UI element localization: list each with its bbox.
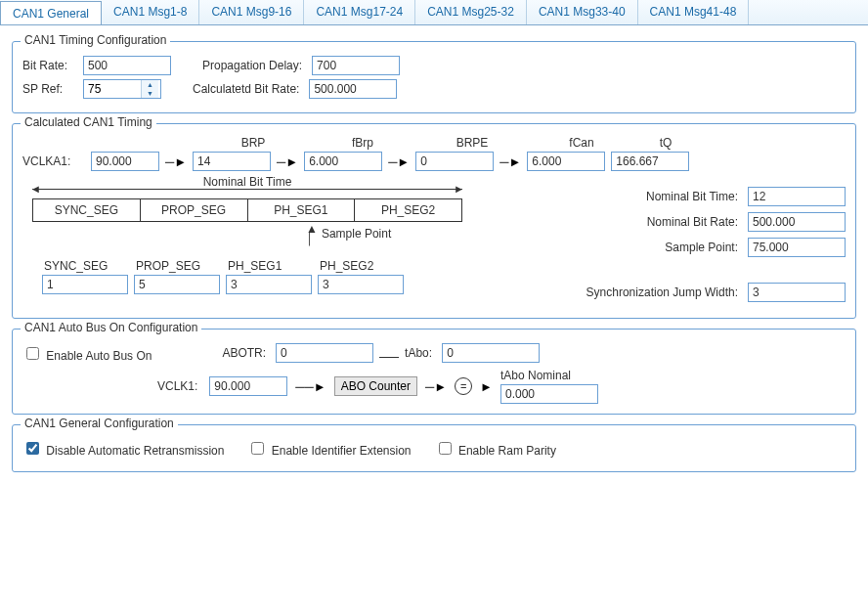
- tab-can1-msg9-16[interactable]: CAN1 Msg9-16: [199, 0, 304, 24]
- tab-can1-msg33-40[interactable]: CAN1 Msg33-40: [527, 0, 638, 24]
- tab-can1-msg41-48[interactable]: CAN1 Msg41-48: [638, 0, 750, 24]
- output-vclk1: [209, 376, 287, 396]
- label-abotr: ABOTR:: [222, 346, 266, 360]
- spinner-down-button[interactable]: ▼: [142, 89, 158, 98]
- input-prop-delay[interactable]: [312, 56, 400, 75]
- output-tabo: [442, 343, 540, 363]
- legend-auto-bus-on: CAN1 Auto Bus On Configuration: [21, 321, 201, 334]
- label-vclk1: VCLK1:: [157, 379, 197, 393]
- output-sample-point: [748, 238, 846, 257]
- tab-can1-general[interactable]: CAN1 General: [0, 1, 102, 25]
- tab-can1-msg1-8[interactable]: CAN1 Msg1-8: [102, 0, 199, 24]
- tab-can1-msg17-24[interactable]: CAN1 Msg17-24: [304, 0, 415, 24]
- header-tq: tQ: [627, 136, 705, 150]
- cell-ph-seg2: PH_SEG2: [355, 199, 461, 221]
- header-ph-seg1: PH_SEG1: [226, 259, 312, 273]
- cell-ph-seg1: PH_SEG1: [248, 199, 356, 221]
- fieldset-auto-bus-on: CAN1 Auto Bus On Configuration Enable Au…: [12, 329, 856, 415]
- label-nominal-bit-rate: Nominal Bit Rate:: [572, 215, 738, 229]
- spinner-up-button[interactable]: ▲: [142, 80, 158, 89]
- arrow-up-icon: ▲│: [306, 224, 318, 243]
- tab-label: CAN1 General: [13, 7, 89, 21]
- tab-label: CAN1 Msg25-32: [427, 5, 514, 19]
- label-nominal-bit-time: Nominal Bit Time:: [572, 190, 738, 203]
- checkbox-disable-retransmission[interactable]: Disable Automatic Retransmission: [22, 439, 224, 458]
- output-brpe: [415, 152, 494, 171]
- tab-label: CAN1 Msg9-16: [211, 5, 291, 19]
- output-nominal-bit-rate: [748, 212, 846, 232]
- label-sample-point: Sample Point: [322, 227, 391, 241]
- header-fbrp: fBrp: [324, 136, 402, 150]
- legend-general-config: CAN1 General Configuration: [21, 417, 178, 430]
- header-brp: BRP: [214, 136, 292, 150]
- output-ph-seg1: [226, 275, 312, 294]
- label-enable-id-extension: Enable Identifier Extension: [272, 444, 412, 458]
- output-tabo-nominal: [500, 384, 598, 404]
- header-fcan: fCan: [542, 136, 621, 150]
- output-sync-seg: [42, 275, 128, 294]
- cell-prop-seg: PROP_SEG: [141, 199, 248, 221]
- checkbox-enable-id-extension[interactable]: Enable Identifier Extension: [247, 439, 411, 458]
- label-calc-bit-rate: Calculatetd Bit Rate:: [193, 82, 299, 96]
- spinner-sp-ref[interactable]: ▲ ▼: [83, 79, 161, 99]
- checkbox-enable-auto-bus-on-input[interactable]: [26, 347, 39, 360]
- output-fbrp: [304, 152, 382, 171]
- label-enable-auto-bus-on: Enable Auto Bus On: [46, 349, 152, 363]
- label-sample-point-value: Sample Point:: [572, 241, 738, 254]
- label-disable-retransmission: Disable Automatic Retransmission: [46, 444, 224, 458]
- fieldset-general-config: CAN1 General Configuration Disable Autom…: [12, 424, 856, 472]
- checkbox-enable-auto-bus-on[interactable]: Enable Auto Bus On: [22, 344, 152, 363]
- checkbox-disable-retransmission-input[interactable]: [26, 442, 39, 455]
- output-vclka1: [91, 152, 159, 171]
- arrow-right-icon: ─►: [165, 154, 187, 169]
- checkbox-enable-ram-parity[interactable]: Enable Ram Parity: [435, 439, 556, 458]
- label-nominal-bit-time: Nominal Bit Time: [199, 175, 296, 189]
- legend-timing-config: CAN1 Timing Configuration: [21, 33, 170, 47]
- header-prop-seg: PROP_SEG: [134, 259, 220, 273]
- label-bit-rate: Bit Rate:: [22, 59, 73, 72]
- label-sjw: Synchronization Jump Width:: [572, 286, 738, 299]
- tab-label: CAN1 Msg17-24: [316, 5, 403, 19]
- label-sp-ref: SP Ref:: [22, 82, 73, 96]
- arrow-right-icon: ─►: [388, 154, 410, 169]
- output-tq: [611, 152, 689, 171]
- label-vclka1: VCLKA1:: [22, 154, 81, 168]
- input-bit-rate[interactable]: [83, 56, 171, 75]
- tab-bar: CAN1 General CAN1 Msg1-8 CAN1 Msg9-16 CA…: [0, 0, 868, 25]
- fieldset-calc-timing: Calculated CAN1 Timing BRP fBrp BRPE fCa…: [12, 123, 856, 319]
- label-prop-delay: Propagation Delay:: [202, 59, 302, 72]
- checkbox-enable-id-extension-input[interactable]: [251, 442, 264, 455]
- segment-table: SYNC_SEG PROP_SEG PH_SEG1 PH_SEG2: [32, 198, 462, 222]
- arrow-right-icon: ►: [480, 379, 493, 394]
- input-abotr[interactable]: [276, 343, 373, 363]
- tab-label: CAN1 Msg41-48: [650, 5, 737, 19]
- tab-can1-msg25-32[interactable]: CAN1 Msg25-32: [415, 0, 527, 24]
- output-fcan: [527, 152, 605, 171]
- label-tabo: tAbo:: [405, 346, 432, 360]
- cell-sync-seg: SYNC_SEG: [33, 199, 141, 221]
- checkbox-enable-ram-parity-input[interactable]: [439, 442, 452, 455]
- equals-icon: =: [455, 377, 472, 395]
- header-ph-seg2: PH_SEG2: [318, 259, 404, 273]
- arrow-right-icon: ─►: [425, 379, 447, 394]
- abo-counter-button[interactable]: ABO Counter: [334, 376, 417, 396]
- output-sjw: [748, 283, 846, 302]
- output-prop-seg: [134, 275, 220, 294]
- label-enable-ram-parity: Enable Ram Parity: [458, 444, 556, 458]
- output-nominal-bit-time: [748, 187, 846, 206]
- input-sp-ref[interactable]: [84, 80, 141, 98]
- label-tabo-nominal: tAbo Nominal: [500, 369, 598, 382]
- tab-label: CAN1 Msg33-40: [539, 5, 626, 19]
- fieldset-timing-config: CAN1 Timing Configuration Bit Rate: Prop…: [12, 41, 856, 113]
- output-ph-seg2: [318, 275, 404, 294]
- arrow-right-icon: ─►: [499, 154, 521, 169]
- tab-label: CAN1 Msg1-8: [113, 5, 187, 19]
- nominal-bit-time-diagram: ◄ ► Nominal Bit Time SYNC_SEG PROP_SEG P…: [22, 181, 462, 294]
- output-brp: [193, 152, 271, 171]
- legend-calc-timing: Calculated CAN1 Timing: [21, 115, 156, 129]
- output-calc-bit-rate: [309, 79, 397, 99]
- arrow-right-icon: ─►: [277, 154, 298, 169]
- header-sync-seg: SYNC_SEG: [42, 259, 128, 273]
- header-brpe: BRPE: [433, 136, 511, 150]
- arrow-right-icon: ──►: [295, 379, 326, 394]
